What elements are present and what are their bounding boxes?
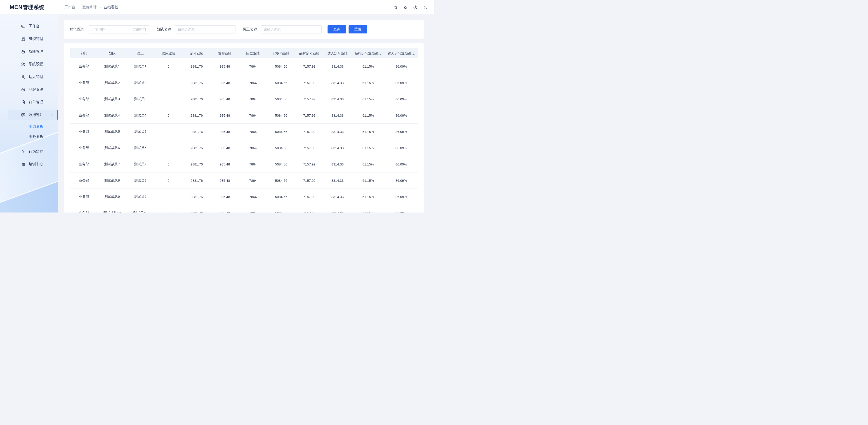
sidebar-item-orders[interactable]: 订单管理 xyxy=(0,96,58,109)
table-row: 业务部测试战队10测试员1002881.76985.4878645084.567… xyxy=(70,205,418,212)
table-cell: 0 xyxy=(154,172,183,188)
table-cell: 985.48 xyxy=(211,188,239,205)
table-cell: 测试员8 xyxy=(126,172,154,188)
table-cell: 测试战队5 xyxy=(98,123,126,140)
table-row: 业务部测试战队8测试员802881.76985.4878645084.56715… xyxy=(70,172,418,188)
table-cell: 测试战队7 xyxy=(98,156,126,172)
table-cell: 985.48 xyxy=(211,91,239,107)
table-cell: 业务部 xyxy=(70,172,98,188)
team-name-input[interactable] xyxy=(175,25,236,33)
help-icon[interactable] xyxy=(412,4,418,10)
user-icon[interactable] xyxy=(422,4,428,10)
table-cell: 8314.33 xyxy=(323,74,352,91)
table-cell: 业务部 xyxy=(70,107,98,123)
table-cell: 7864 xyxy=(239,188,267,205)
breadcrumb-item[interactable]: 业绩看板 xyxy=(104,5,118,10)
table-cell: 测试员9 xyxy=(126,188,154,205)
performance-table: 部门战队员工试用业绩定号业绩发布业绩回款业绩已取消业绩品牌定号业绩达人定号业绩品… xyxy=(70,49,418,212)
table-cell: 业务部 xyxy=(70,91,98,107)
sidebar-item-label: 系统设置 xyxy=(29,62,43,67)
table-cell: 2881.76 xyxy=(183,172,211,188)
table-cell: 985.48 xyxy=(211,156,239,172)
sidebar-item-workbench[interactable]: 工作台 xyxy=(0,20,58,33)
sidebar-item-label: 数据统计 xyxy=(29,113,43,117)
chart-board-icon xyxy=(21,113,26,117)
reset-button[interactable]: 重置 xyxy=(348,25,367,33)
table-cell: 5084.56 xyxy=(267,172,296,188)
column-header: 达人定号业绩 xyxy=(323,49,352,58)
sidebar-subitem-business-board[interactable]: 业务看板 xyxy=(0,131,58,142)
sidebar-item-label: 培训中心 xyxy=(29,162,43,166)
table-cell: 业务部 xyxy=(70,123,98,140)
table-cell: 61.15% xyxy=(352,140,385,156)
sidebar-item-permissions[interactable]: 权限管理 xyxy=(0,45,58,58)
table-cell: 86.09% xyxy=(385,156,418,172)
sidebar-item-label: 品牌资源 xyxy=(29,87,43,92)
start-date-placeholder: 开始时间 xyxy=(92,27,105,32)
column-header: 回款业绩 xyxy=(239,49,267,58)
sidebar-item-talent[interactable]: 达人管理 xyxy=(0,70,58,83)
bell-icon[interactable] xyxy=(402,4,408,10)
table-cell: 86.09% xyxy=(385,172,418,188)
table-cell: 7157.99 xyxy=(295,107,323,123)
table-cell: 985.48 xyxy=(211,74,239,91)
sidebar-item-behavior-monitor[interactable]: 行为监控 xyxy=(0,145,58,158)
sidebar-item-training-center[interactable]: 培训中心 xyxy=(0,158,58,171)
sidebar-item-organization[interactable]: 组织管理 xyxy=(0,33,58,45)
table-cell: 8314.33 xyxy=(323,205,352,212)
table-cell: 86.09% xyxy=(385,58,418,74)
table-cell: 7864 xyxy=(239,156,267,172)
employee-name-input[interactable] xyxy=(260,25,322,33)
table-cell: 2881.76 xyxy=(183,140,211,156)
table-cell: 0 xyxy=(154,74,183,91)
table-cell: 测试战队6 xyxy=(98,140,126,156)
column-header: 试用业绩 xyxy=(154,49,183,58)
time-range-label: 时间区间 xyxy=(70,27,85,32)
table-cell: 0 xyxy=(154,91,183,107)
table-cell: 7157.99 xyxy=(295,172,323,188)
table-cell: 86.09% xyxy=(385,74,418,91)
sidebar-menu: 工作台组织管理权限管理系统设置达人管理品牌资源订单管理数据统计业绩看板业务看板行… xyxy=(0,14,58,171)
filter-bar: 时间区间 开始时间 — 结束时间 战队名称 员工名称 查询 重置 xyxy=(64,20,424,39)
table-cell: 测试员4 xyxy=(126,107,154,123)
sidebar-item-system-settings[interactable]: 系统设置 xyxy=(0,58,58,70)
sidebar-item-label: 达人管理 xyxy=(29,74,43,79)
date-range-input[interactable]: 开始时间 — 结束时间 xyxy=(89,25,149,33)
sidebar-subitem-performance-board[interactable]: 业绩看板 xyxy=(0,122,58,131)
table-row: 业务部测试战队6测试员602881.76985.4878645084.56715… xyxy=(70,140,418,156)
sidebar-item-brand-resources[interactable]: 品牌资源 xyxy=(0,83,58,96)
table-cell: 测试员2 xyxy=(126,74,154,91)
breadcrumb-item[interactable]: 工作台 xyxy=(64,5,75,10)
table-cell: 7864 xyxy=(239,91,267,107)
table-cell: 5084.56 xyxy=(267,74,296,91)
main-content: 时间区间 开始时间 — 结束时间 战队名称 员工名称 查询 重置 部门战队员工试… xyxy=(58,14,434,212)
table-cell: 8314.33 xyxy=(323,91,352,107)
table-cell: 7157.99 xyxy=(295,91,323,107)
breadcrumb-item[interactable]: 数据统计 xyxy=(82,5,97,10)
table-cell: 业务部 xyxy=(70,188,98,205)
end-date-placeholder: 结束时间 xyxy=(132,27,146,32)
table-cell: 8314.33 xyxy=(323,156,352,172)
sidebar-item-label: 权限管理 xyxy=(29,49,43,54)
table-cell: 测试战队8 xyxy=(98,172,126,188)
table-cell: 8314.33 xyxy=(323,140,352,156)
table-row: 业务部测试战队9测试员902881.76985.4878645084.56715… xyxy=(70,188,418,205)
search-icon[interactable] xyxy=(393,4,398,10)
table-cell: 业务部 xyxy=(70,156,98,172)
table-cell: 61.15% xyxy=(352,91,385,107)
table-cell: 8314.33 xyxy=(323,172,352,188)
table-cell: 7157.99 xyxy=(295,123,323,140)
search-button[interactable]: 查询 xyxy=(328,25,346,33)
table-cell: 5084.56 xyxy=(267,58,296,74)
table-cell: 测试员3 xyxy=(126,91,154,107)
table-cell: 5084.56 xyxy=(267,205,296,212)
table-cell: 0 xyxy=(154,156,183,172)
table-header-row: 部门战队员工试用业绩定号业绩发布业绩回款业绩已取消业绩品牌定号业绩达人定号业绩品… xyxy=(70,49,418,58)
table-row: 业务部测试战队7测试员702881.76985.4878645084.56715… xyxy=(70,156,418,172)
table-cell: 0 xyxy=(154,123,183,140)
column-header: 发布业绩 xyxy=(211,49,239,58)
sidebar-item-data-statistics[interactable]: 数据统计 xyxy=(0,109,58,121)
package-icon xyxy=(21,87,26,92)
table-cell: 8314.33 xyxy=(323,123,352,140)
table-cell: 8314.33 xyxy=(323,107,352,123)
